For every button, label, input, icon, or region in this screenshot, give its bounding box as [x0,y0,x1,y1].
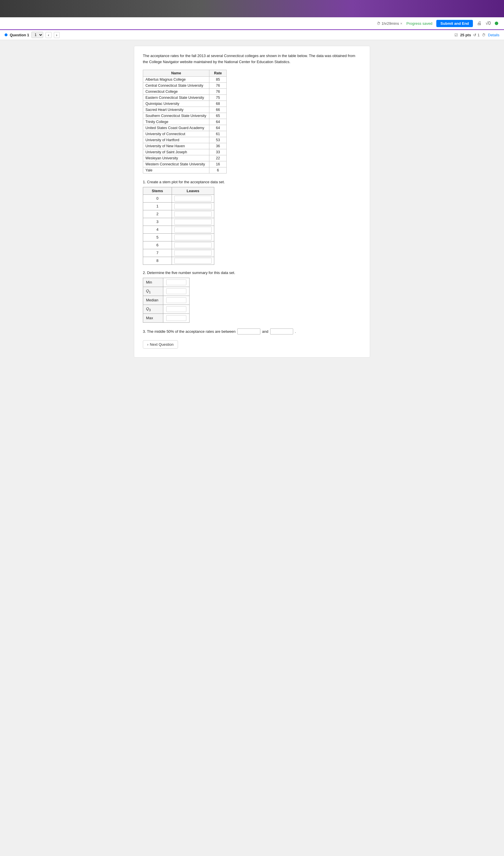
details-link[interactable]: Details [488,33,499,37]
table-row: Southern Connecticut State University65 [143,113,227,119]
points-label: 25 pts [460,33,471,37]
college-rate: 65 [209,113,227,119]
college-name: Central Connecticut State University [143,83,209,88]
top-banner [0,0,504,17]
college-rate: 61 [209,131,227,137]
summary-input-Median[interactable] [166,297,186,303]
stem-value: 6 [143,241,172,249]
table-row: Central Connecticut State University76 [143,83,227,88]
leaves-input-1[interactable] [174,203,212,209]
timer-display: ⏱ 1hr29mins × [377,21,402,25]
college-name: University of Connecticut [143,131,209,137]
leaves-cell[interactable] [172,241,214,249]
stem-value: 2 [143,210,172,218]
leaves-input-6[interactable] [174,242,212,248]
summary-input-Max[interactable] [166,315,186,321]
leaves-input-3[interactable] [174,219,212,225]
main-content: The acceptance rates for the fall 2013 a… [134,46,370,358]
question-nav-bar: Question 1 1 ‹ › ☑ 25 pts ↺ 1 ⏱ Details [0,30,504,40]
leaves-input-8[interactable] [174,258,212,264]
college-name: United States Coast Guard Academy [143,125,209,131]
table-row: United States Coast Guard Academy64 [143,125,227,131]
college-rate: 36 [209,143,227,149]
middle50-lower-input[interactable] [237,328,260,335]
summary-value-cell[interactable] [163,314,190,322]
summary-label: Max [143,314,163,322]
sub-question-2: 2. Determine the five number summary for… [143,270,361,323]
college-rate: 76 [209,88,227,94]
stem-row: 5 [143,233,214,241]
summary-value-cell[interactable] [163,287,190,296]
submit-end-button[interactable]: Submit and End [436,20,473,27]
college-name: Trinity College [143,119,209,125]
college-rate: 85 [209,76,227,83]
leaves-cell[interactable] [172,226,214,233]
college-rate: 16 [209,161,227,167]
sub-q3-period: . [295,329,296,334]
timer-close[interactable]: × [400,21,402,25]
next-chevron: › [147,342,148,346]
leaves-input-5[interactable] [174,234,212,240]
college-name: University of New Haven [143,143,209,149]
leaves-input-7[interactable] [174,250,212,256]
summary-input-Q₃[interactable] [166,306,186,312]
stem-value: 3 [143,218,172,226]
status-dot [495,22,498,25]
next-question-nav-button[interactable]: › [54,32,60,38]
leaves-cell[interactable] [172,233,214,241]
stem-row: 2 [143,210,214,218]
college-rate: 64 [209,125,227,131]
stem-plot-table: Stems Leaves 0 1 2 3 4 5 6 7 8 [143,187,214,265]
summary-value-cell[interactable] [163,305,190,314]
stem-row: 1 [143,202,214,210]
summary-input-Q₁[interactable] [166,288,186,294]
table-row: University of Saint Joseph33 [143,149,227,155]
summary-value-cell[interactable] [163,278,190,287]
table-row: Quinnipiac University68 [143,101,227,107]
stem-row: 4 [143,226,214,233]
leaves-cell[interactable] [172,195,214,202]
leaves-cell[interactable] [172,210,214,218]
college-name: Quinnipiac University [143,101,209,107]
leaves-cell[interactable] [172,249,214,257]
college-name: Western Connecticut State University [143,161,209,167]
print-button[interactable]: 🖨 [477,21,482,26]
leaves-cell[interactable] [172,257,214,265]
college-rate: 75 [209,94,227,101]
leaves-cell[interactable] [172,218,214,226]
stem-row: 7 [143,249,214,257]
summary-input-Min[interactable] [166,280,186,285]
summary-row: Q3 [143,305,190,314]
college-name: Connecticut College [143,88,209,94]
next-question-button[interactable]: › Next Question [143,340,178,349]
sub-question-3: 3. The middle 50% of the acceptance rate… [143,328,361,335]
table-row: Connecticut College76 [143,88,227,94]
college-rate: 68 [209,101,227,107]
stem-value: 8 [143,257,172,265]
prev-question-button[interactable]: ‹ [46,32,51,38]
stem-value: 5 [143,233,172,241]
table-col-name: Name [143,70,209,76]
college-name: University of Hartford [143,137,209,143]
college-rate: 33 [209,149,227,155]
question-select[interactable]: 1 [31,32,43,38]
college-rate: 22 [209,155,227,161]
leaves-input-4[interactable] [174,227,212,232]
summary-label: Q3 [143,305,163,314]
undo-label[interactable]: ↺ 1 [473,33,480,37]
leaves-input-0[interactable] [174,196,212,201]
stem-row: 3 [143,218,214,226]
college-name: Southern Connecticut State University [143,113,209,119]
college-rate: 6 [209,167,227,173]
question-dot [5,33,7,36]
stem-row: 6 [143,241,214,249]
middle50-upper-input[interactable] [270,328,293,335]
leaves-input-2[interactable] [174,211,212,217]
timer-value: 1hr29mins [382,21,399,25]
summary-value-cell[interactable] [163,296,190,305]
sub-question-1: 1. Create a stem plot for the acceptance… [143,180,361,265]
sqrt-button[interactable]: √0 [486,21,491,26]
stem-row: 8 [143,257,214,265]
leaves-cell[interactable] [172,202,214,210]
table-col-rate: Rate [209,70,227,76]
